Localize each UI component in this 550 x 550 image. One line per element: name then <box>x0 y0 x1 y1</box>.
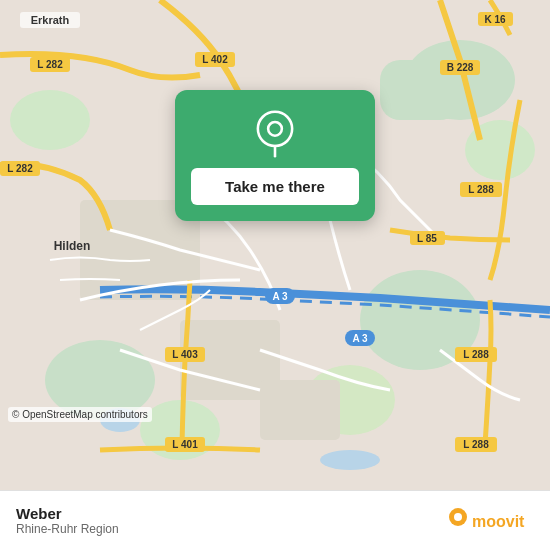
location-region: Rhine-Ruhr Region <box>16 522 119 536</box>
location-pin-icon <box>251 110 299 158</box>
svg-text:L 403: L 403 <box>172 349 198 360</box>
svg-text:L 288: L 288 <box>468 184 494 195</box>
svg-point-13 <box>320 450 380 470</box>
osm-attribution: © OpenStreetMap contributors <box>8 407 152 422</box>
svg-text:L 402: L 402 <box>202 54 228 65</box>
svg-rect-11 <box>260 380 340 440</box>
svg-text:L 401: L 401 <box>172 439 198 450</box>
svg-text:A 3: A 3 <box>352 333 368 344</box>
svg-point-44 <box>268 122 282 136</box>
svg-text:L 282: L 282 <box>37 59 63 70</box>
moovit-logo: moovit <box>444 507 534 535</box>
svg-text:L 282: L 282 <box>7 163 33 174</box>
svg-text:K 16: K 16 <box>484 14 506 25</box>
svg-text:L 288: L 288 <box>463 349 489 360</box>
location-name: Weber <box>16 505 119 522</box>
svg-text:A 3: A 3 <box>272 291 288 302</box>
svg-point-47 <box>454 513 462 521</box>
svg-point-43 <box>258 112 292 146</box>
take-me-there-button[interactable]: Take me there <box>191 168 359 205</box>
svg-text:Erkrath: Erkrath <box>31 14 70 26</box>
moovit-logo-svg: moovit <box>444 507 534 535</box>
map-card: Take me there <box>175 90 375 221</box>
svg-text:L 288: L 288 <box>463 439 489 450</box>
map-container: Erkrath L 282 L 402 K 16 B 228 L 282 L 2… <box>0 0 550 490</box>
svg-text:B 228: B 228 <box>447 62 474 73</box>
svg-point-7 <box>10 90 90 150</box>
attribution-text: © OpenStreetMap contributors <box>12 409 148 420</box>
location-info: Weber Rhine-Ruhr Region <box>16 505 119 536</box>
svg-text:L 85: L 85 <box>417 233 437 244</box>
svg-text:moovit: moovit <box>472 513 525 530</box>
bottom-bar: Weber Rhine-Ruhr Region moovit <box>0 490 550 550</box>
svg-text:Hilden: Hilden <box>54 239 91 253</box>
